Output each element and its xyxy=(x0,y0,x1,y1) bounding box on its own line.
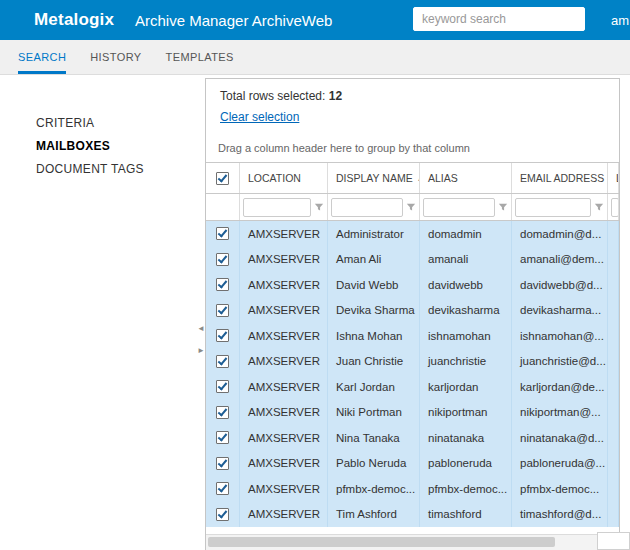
collapse-panel-icon[interactable]: ◄ xyxy=(197,324,207,333)
filter-input-display-name[interactable] xyxy=(331,198,403,217)
selection-summary-label: Total rows selected: xyxy=(220,89,325,103)
filter-input-alias[interactable] xyxy=(423,198,495,217)
cell-email: nikiportman@... xyxy=(512,400,608,426)
sidebar-item-mailboxes[interactable]: MAILBOXES xyxy=(0,135,205,158)
table-row[interactable]: AMXSERVERAdministratordomadmindomadmin@d… xyxy=(206,221,619,247)
table-row[interactable]: AMXSERVERNiki Portmannikiportmannikiport… xyxy=(206,400,619,426)
cell-email: karljordan@de... xyxy=(512,374,608,400)
column-header-alias[interactable]: ALIAS xyxy=(420,163,512,193)
row-checkbox[interactable] xyxy=(216,508,229,521)
cell-alias: domadmin xyxy=(420,221,512,247)
cell-email: ninatanaka@d... xyxy=(512,425,608,451)
table-row[interactable]: AMXSERVERJuan Christiejuanchristiejuanch… xyxy=(206,349,619,375)
cell-extra xyxy=(608,502,619,528)
app-header: Metalogix Archive Manager ArchiveWeb am xyxy=(0,0,630,40)
tab-history[interactable]: HISTORY xyxy=(90,40,141,74)
app-title: Archive Manager ArchiveWeb xyxy=(135,12,332,29)
filter-funnel-icon[interactable] xyxy=(406,202,416,212)
filter-input-l[interactable] xyxy=(611,198,619,217)
cell-display-name: Niki Portman xyxy=(328,400,420,426)
row-checkbox-cell xyxy=(206,400,240,426)
row-checkbox[interactable] xyxy=(216,380,229,393)
filter-input-location[interactable] xyxy=(243,198,311,217)
table-row[interactable]: AMXSERVERKarl Jordankarljordankarljordan… xyxy=(206,374,619,400)
cell-location: AMXSERVER xyxy=(240,425,328,451)
keyword-search-input[interactable] xyxy=(413,7,585,31)
cell-email: pfmbx-democ... xyxy=(512,476,608,502)
cell-display-name: Administrator xyxy=(328,221,420,247)
group-panel[interactable]: Drag a column header here to group by th… xyxy=(206,134,619,163)
row-checkbox[interactable] xyxy=(216,457,229,470)
table-row[interactable]: AMXSERVERTim Ashfordtimashfordtimashford… xyxy=(206,502,619,528)
cell-location: AMXSERVER xyxy=(240,323,328,349)
cell-location: AMXSERVER xyxy=(240,476,328,502)
cell-display-name: pfmbx-democ... xyxy=(328,476,420,502)
column-header-display-name[interactable]: DISPLAY NAME▲ xyxy=(328,163,420,193)
horizontal-scrollbar[interactable] xyxy=(206,534,619,550)
cell-display-name: Juan Christie xyxy=(328,349,420,375)
row-checkbox[interactable] xyxy=(216,278,229,291)
select-all-cell xyxy=(206,163,240,193)
row-checkbox[interactable] xyxy=(216,406,229,419)
cell-alias: timashford xyxy=(420,502,512,528)
filter-funnel-icon[interactable] xyxy=(594,202,604,212)
select-all-checkbox[interactable] xyxy=(216,172,229,185)
row-checkbox[interactable] xyxy=(216,482,229,495)
mailboxes-panel: Total rows selected: 12 Clear selection … xyxy=(205,78,620,550)
column-header-location[interactable]: LOCATION xyxy=(240,163,328,193)
column-header-email-address[interactable]: EMAIL ADDRESS xyxy=(512,163,608,193)
table-row[interactable]: AMXSERVERDevika Sharmadevikasharmadevika… xyxy=(206,298,619,324)
table-row[interactable]: AMXSERVERDavid Webbdavidwebbdavidwebb@d.… xyxy=(206,272,619,298)
row-checkbox[interactable] xyxy=(216,304,229,317)
user-menu[interactable]: am xyxy=(611,13,629,28)
grid-header-row: LOCATIONDISPLAY NAME▲ALIASEMAIL ADDRESSL xyxy=(206,163,619,194)
filter-cell-email-address xyxy=(512,194,608,220)
tab-templates[interactable]: TEMPLATES xyxy=(166,40,234,74)
cell-location: AMXSERVER xyxy=(240,349,328,375)
row-checkbox-cell xyxy=(206,502,240,528)
cell-alias: pfmbx-democ... xyxy=(420,476,512,502)
cell-extra xyxy=(608,323,619,349)
cell-display-name: Tim Ashford xyxy=(328,502,420,528)
cell-extra xyxy=(608,221,619,247)
row-checkbox[interactable] xyxy=(216,329,229,342)
table-row[interactable]: AMXSERVERPablo Nerudapablonerudapabloner… xyxy=(206,451,619,477)
row-checkbox[interactable] xyxy=(216,227,229,240)
table-row[interactable]: AMXSERVERNina Tanakaninatanakaninatanaka… xyxy=(206,425,619,451)
row-checkbox[interactable] xyxy=(216,253,229,266)
filter-funnel-icon[interactable] xyxy=(314,202,324,212)
cell-display-name: David Webb xyxy=(328,272,420,298)
sidebar-item-criteria[interactable]: CRITERIA xyxy=(0,112,205,135)
cell-alias: amanali xyxy=(420,247,512,273)
row-checkbox-cell xyxy=(206,323,240,349)
cell-extra xyxy=(608,425,619,451)
row-checkbox[interactable] xyxy=(216,431,229,444)
column-header-l[interactable]: L xyxy=(608,163,619,193)
expand-panel-icon[interactable]: ► xyxy=(197,346,207,355)
filter-input-email-address[interactable] xyxy=(515,198,591,217)
cell-display-name: Devika Sharma xyxy=(328,298,420,324)
cell-alias: pabloneruda xyxy=(420,451,512,477)
column-label: DISPLAY NAME xyxy=(336,172,413,184)
cell-display-name: Nina Tanaka xyxy=(328,425,420,451)
cell-alias: devikasharma xyxy=(420,298,512,324)
main-tabs: SEARCHHISTORYTEMPLATES xyxy=(0,40,630,75)
filter-funnel-icon[interactable] xyxy=(498,202,508,212)
selection-summary-value: 12 xyxy=(329,89,342,103)
row-checkbox-cell xyxy=(206,298,240,324)
cell-extra xyxy=(608,451,619,477)
table-row[interactable]: AMXSERVERpfmbx-democ...pfmbx-democ...pfm… xyxy=(206,476,619,502)
table-row[interactable]: AMXSERVERAman Aliamanaliamanali@dem... xyxy=(206,247,619,273)
row-checkbox-cell xyxy=(206,374,240,400)
sidebar-item-document-tags[interactable]: DOCUMENT TAGS xyxy=(0,158,205,181)
tab-search[interactable]: SEARCH xyxy=(18,40,66,74)
cell-email: amanali@dem... xyxy=(512,247,608,273)
cell-email: ishnamohan@... xyxy=(512,323,608,349)
table-row[interactable]: AMXSERVERIshna Mohanishnamohanishnamohan… xyxy=(206,323,619,349)
grid-filter-row xyxy=(206,194,619,221)
cell-email: devikasharma... xyxy=(512,298,608,324)
row-checkbox[interactable] xyxy=(216,355,229,368)
clear-selection-link[interactable]: Clear selection xyxy=(220,110,299,124)
column-label: LOCATION xyxy=(248,172,301,184)
horizontal-scrollbar-thumb[interactable] xyxy=(208,537,555,547)
